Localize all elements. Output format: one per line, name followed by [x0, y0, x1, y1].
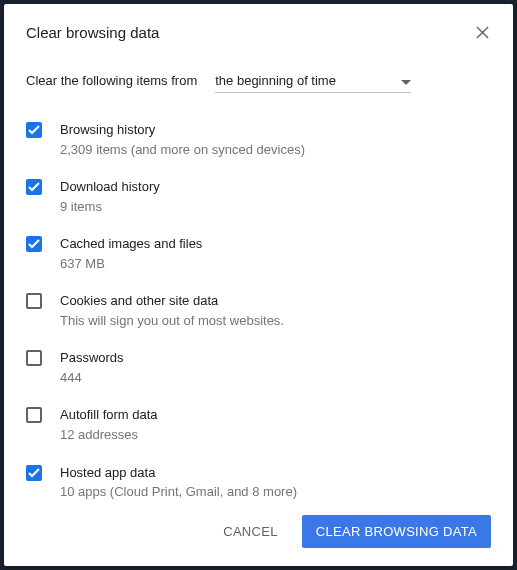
- item-label: Browsing history: [60, 121, 491, 139]
- item-row: Cached images and files637 MB: [26, 235, 491, 272]
- check-icon: [28, 468, 40, 478]
- cancel-button[interactable]: CANCEL: [209, 515, 292, 548]
- item-text: Cookies and other site dataThis will sig…: [60, 292, 491, 329]
- checkbox[interactable]: [26, 179, 42, 195]
- timerange-select[interactable]: the beginning of time: [215, 71, 411, 93]
- checkbox[interactable]: [26, 407, 42, 423]
- clear-browsing-data-dialog: Clear browsing data Clear the following …: [4, 4, 513, 566]
- item-label: Passwords: [60, 349, 491, 367]
- dialog-footer: CANCEL CLEAR BROWSING DATA: [26, 515, 491, 548]
- chevron-down-icon: [401, 73, 411, 88]
- item-text: Autofill form data12 addresses: [60, 406, 491, 443]
- close-icon: [476, 26, 489, 39]
- clear-browsing-data-button[interactable]: CLEAR BROWSING DATA: [302, 515, 491, 548]
- item-sub: 9 items: [60, 198, 491, 216]
- item-sub: 10 apps (Cloud Print, Gmail, and 8 more): [60, 483, 491, 501]
- check-icon: [28, 182, 40, 192]
- dialog-title: Clear browsing data: [26, 24, 159, 41]
- item-label: Hosted app data: [60, 464, 491, 482]
- items-list: Browsing history2,309 items (and more on…: [26, 121, 491, 511]
- item-label: Cookies and other site data: [60, 292, 491, 310]
- item-row: Hosted app data10 apps (Cloud Print, Gma…: [26, 464, 491, 501]
- close-button[interactable]: [474, 24, 491, 41]
- item-label: Download history: [60, 178, 491, 196]
- item-text: Download history9 items: [60, 178, 491, 215]
- check-icon: [28, 125, 40, 135]
- item-label: Autofill form data: [60, 406, 491, 424]
- item-text: Cached images and files637 MB: [60, 235, 491, 272]
- item-row: Cookies and other site dataThis will sig…: [26, 292, 491, 329]
- item-sub: 444: [60, 369, 491, 387]
- timerange-label: Clear the following items from: [26, 73, 197, 88]
- item-sub: 2,309 items (and more on synced devices): [60, 141, 491, 159]
- dialog-header: Clear browsing data: [26, 24, 491, 41]
- item-text: Passwords444: [60, 349, 491, 386]
- timerange-row: Clear the following items from the begin…: [26, 71, 491, 93]
- item-sub: 12 addresses: [60, 426, 491, 444]
- item-row: Browsing history2,309 items (and more on…: [26, 121, 491, 158]
- item-label: Cached images and files: [60, 235, 491, 253]
- item-row: Passwords444: [26, 349, 491, 386]
- item-text: Browsing history2,309 items (and more on…: [60, 121, 491, 158]
- check-icon: [28, 239, 40, 249]
- timerange-value: the beginning of time: [215, 73, 336, 88]
- checkbox[interactable]: [26, 465, 42, 481]
- item-row: Download history9 items: [26, 178, 491, 215]
- item-row: Autofill form data12 addresses: [26, 406, 491, 443]
- checkbox[interactable]: [26, 350, 42, 366]
- item-text: Hosted app data10 apps (Cloud Print, Gma…: [60, 464, 491, 501]
- item-sub: 637 MB: [60, 255, 491, 273]
- checkbox[interactable]: [26, 236, 42, 252]
- checkbox[interactable]: [26, 293, 42, 309]
- checkbox[interactable]: [26, 122, 42, 138]
- item-sub: This will sign you out of most websites.: [60, 312, 491, 330]
